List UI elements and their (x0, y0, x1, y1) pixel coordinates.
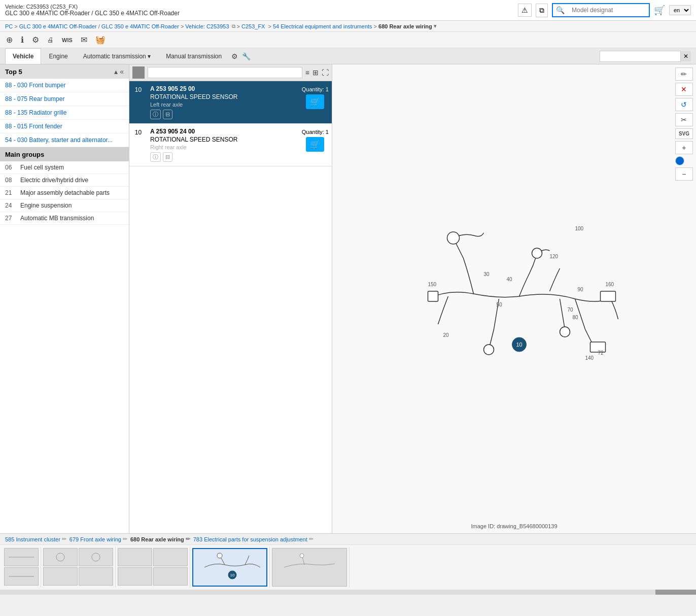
part-article-0: A 253 905 25 00 (150, 85, 296, 92)
cart-button[interactable]: 🛒 (654, 5, 665, 16)
diagram-zoom-out-btn[interactable]: − (675, 167, 693, 181)
part-cart-btn-0[interactable]: 🛒 (306, 94, 324, 109)
bottom-tab-679[interactable]: 679 Front axle wiring ✏ (69, 536, 127, 542)
print-toolbar-btn[interactable]: 🖨 (46, 35, 55, 45)
thumb-large-4[interactable] (272, 548, 347, 587)
thumb-row-1-0 (43, 548, 113, 566)
parts-filter-input[interactable] (148, 67, 302, 78)
thumb-large-3[interactable]: 10 (192, 548, 267, 587)
diagram-dot (675, 156, 684, 165)
tab-search-input[interactable] (600, 51, 681, 62)
part-article-1: A 253 905 24 00 (150, 128, 296, 135)
top5-item-0[interactable]: 88 - 030 Front bumper (0, 79, 129, 92)
diagram-edit-btn[interactable]: ✏ (675, 67, 693, 81)
svg-point-4 (560, 327, 570, 337)
h-scrollbar-thumb[interactable] (655, 590, 696, 595)
svg-rect-34 (155, 550, 186, 565)
thumb-1-3[interactable] (79, 567, 113, 586)
top5-close-btn[interactable]: « (120, 67, 124, 76)
top5-header: Top 5 ▴ « (0, 64, 129, 79)
part-table-btn-1[interactable]: ⊟ (163, 152, 172, 162)
breadcrumb-glc300[interactable]: GLC 300 e 4MATIC Off-Roader (19, 23, 97, 29)
main-group-27[interactable]: 27 Automatic MB transmission (0, 212, 129, 225)
diagram-undo-btn[interactable]: ↺ (675, 98, 693, 111)
main-group-08[interactable]: 08 Electric drive/hybrid drive (0, 174, 129, 187)
parts-toolbar: ≡ ⊞ ⛶ (129, 64, 332, 81)
part-icons-0: ⓘ ⊟ (150, 110, 296, 119)
svg-point-38 (217, 553, 222, 558)
copy-button[interactable]: ⧉ (536, 4, 548, 17)
header-right: ⚠ ⧉ 🔍 🛒 en de fr (518, 3, 691, 17)
alert-button[interactable]: ⚠ (518, 4, 532, 17)
part-table-btn-0[interactable]: ⊟ (163, 110, 172, 119)
wis-toolbar-btn[interactable]: WIS (61, 36, 74, 44)
thumb-2-2[interactable] (118, 567, 152, 586)
breadcrumb-dropdown-btn[interactable]: ▾ (434, 23, 437, 29)
h-scrollbar[interactable] (0, 590, 696, 595)
svg-text:50: 50 (497, 302, 503, 307)
svg-text:10: 10 (516, 341, 522, 348)
breadcrumb-electrical[interactable]: 54 Electrical equipment and instruments (273, 23, 372, 29)
parts-list-view-btn[interactable]: ≡ (305, 69, 309, 77)
part-row-0[interactable]: 10 A 253 905 25 00 ROTATIONAL SPEED SENS… (129, 81, 332, 124)
diagram-image[interactable]: 10 100 160 150 120 30 90 40 50 70 80 20 … (332, 64, 696, 533)
tab-settings-icon[interactable]: ⚙ (229, 50, 240, 62)
main-group-24[interactable]: 24 Engine suspension (0, 199, 129, 212)
part-info-btn-1[interactable]: ⓘ (150, 152, 161, 162)
diagram-svg-btn[interactable]: SVG (675, 128, 693, 139)
breadcrumb-vehicle[interactable]: Vehicle: C253953 (185, 23, 229, 29)
breadcrumb-fx[interactable]: C253_FX (241, 23, 265, 29)
thumb-0-0[interactable] (4, 548, 39, 566)
svg-text:30: 30 (484, 271, 490, 277)
tab-manual-transmission[interactable]: Manual transmission (158, 48, 229, 64)
thumb-2-3[interactable] (153, 567, 188, 586)
bottom-tab-783[interactable]: 783 Electrical parts for suspension adju… (193, 536, 314, 542)
tab-engine[interactable]: Engine (41, 48, 75, 64)
thumb-1-0[interactable] (43, 548, 78, 566)
svg-point-3 (484, 345, 494, 355)
bottom-tab-680[interactable]: 680 Rear axle wiring ✏ (130, 536, 190, 542)
mail-toolbar-btn[interactable]: ✉ (80, 34, 88, 46)
tab-tools-icon[interactable]: 🔧 (240, 50, 253, 62)
diagram-zoom-in-btn[interactable]: + (675, 141, 693, 154)
zoom-in-toolbar-btn[interactable]: ⊕ (5, 34, 14, 46)
parts-fullscreen-btn[interactable]: ⛶ (322, 69, 329, 77)
thumb-2-1[interactable] (153, 548, 188, 566)
tab-automatic-transmission[interactable]: Automatic transmission ▾ (76, 48, 158, 64)
main-group-21[interactable]: 21 Major assembly detachable parts (0, 187, 129, 199)
parts-list: 10 A 253 905 25 00 ROTATIONAL SPEED SENS… (129, 81, 332, 533)
basket-toolbar-btn[interactable]: 🧺 (94, 34, 107, 46)
top5-item-2[interactable]: 88 - 135 Radiator grille (0, 106, 129, 120)
thumb-0-1[interactable] (4, 567, 39, 586)
main-group-06[interactable]: 06 Fuel cell system (0, 161, 129, 174)
top5-item-4[interactable]: 54 - 030 Battery, starter and alternator… (0, 133, 129, 147)
filter-toolbar-btn[interactable]: ⚙ (31, 34, 40, 46)
breadcrumb-glc350[interactable]: GLC 350 e 4MATIC Off-Roader (101, 23, 179, 29)
vehicle-copy-icon[interactable]: ⧉ (232, 23, 235, 29)
search-button[interactable]: 🔍 (553, 4, 568, 16)
tab-search-clear-btn[interactable]: ✕ (681, 51, 691, 61)
thumb-1-1[interactable] (79, 548, 113, 566)
top5-item-1[interactable]: 88 - 075 Rear bumper (0, 92, 129, 106)
part-row-1[interactable]: 10 A 253 905 24 00 ROTATIONAL SPEED SENS… (129, 124, 332, 166)
info-toolbar-btn[interactable]: ℹ (20, 34, 25, 46)
diagram-close-btn[interactable]: ✕ (675, 83, 693, 96)
thumb-row-1-1 (43, 567, 113, 586)
part-cart-btn-1[interactable]: 🛒 (306, 137, 324, 152)
breadcrumb-pc[interactable]: PC (5, 23, 13, 29)
thumb-2-0[interactable] (118, 548, 152, 566)
part-detail-0: A 253 905 25 00 ROTATIONAL SPEED SENSOR … (147, 81, 299, 123)
model-search-input[interactable] (568, 5, 649, 16)
top5-item-3[interactable]: 88 - 015 Front fender (0, 120, 129, 133)
part-icons-1: ⓘ ⊟ (150, 152, 296, 162)
thumb-1-2[interactable] (43, 567, 78, 586)
top5-collapse-btn[interactable]: ▴ (114, 67, 118, 76)
diagram-scissors-btn[interactable]: ✂ (675, 113, 693, 126)
bottom-tab-585[interactable]: 585 Instrument cluster ✏ (5, 536, 66, 542)
part-pos-0: 10 (129, 81, 147, 98)
tab-vehicle[interactable]: Vehicle (5, 48, 41, 64)
language-select[interactable]: en de fr (669, 5, 691, 15)
parts-grid-view-btn[interactable]: ⊞ (312, 69, 319, 77)
part-info-btn-0[interactable]: ⓘ (150, 110, 161, 119)
svg-rect-35 (120, 569, 150, 584)
